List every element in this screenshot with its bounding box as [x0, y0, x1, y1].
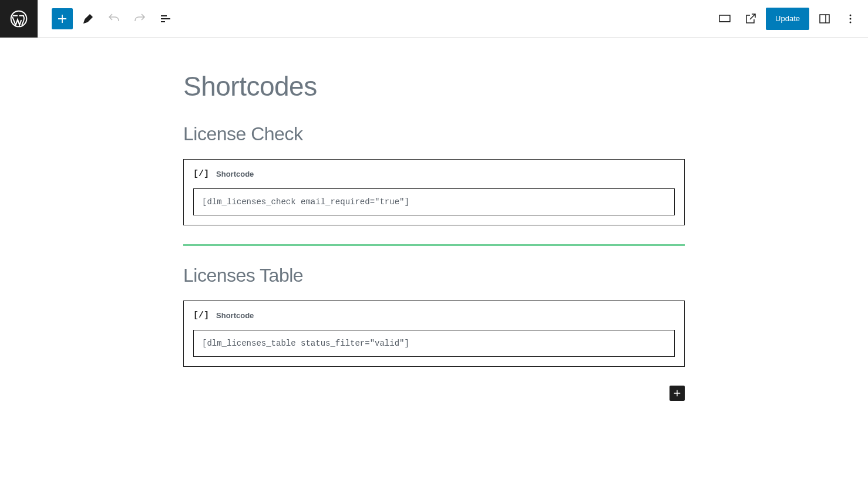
shortcode-block[interactable]: [/] Shortcode: [183, 159, 685, 225]
add-block-button[interactable]: [669, 386, 685, 401]
plus-icon: [55, 12, 69, 26]
tools-button[interactable]: [78, 8, 99, 29]
wordpress-icon: [9, 9, 28, 28]
shortcode-block-header: [/] Shortcode: [193, 169, 675, 179]
svg-point-4: [850, 18, 852, 19]
options-button[interactable]: [840, 8, 861, 29]
wordpress-logo[interactable]: [0, 0, 38, 38]
section-heading-licenses-table[interactable]: Licenses Table: [183, 265, 685, 286]
undo-button[interactable]: [103, 8, 125, 29]
separator-block[interactable]: [183, 244, 685, 246]
external-link-icon: [743, 12, 758, 26]
desktop-icon: [718, 12, 732, 26]
sidebar-icon: [817, 12, 832, 26]
more-vertical-icon: [843, 12, 857, 26]
plus-icon: [672, 388, 682, 399]
editor-canvas: Shortcodes License Check [/] Shortcode L…: [0, 38, 868, 401]
pencil-icon: [81, 12, 95, 26]
block-inserter-button[interactable]: [52, 8, 73, 29]
editor-toolbar: Update: [0, 0, 868, 38]
settings-sidebar-button[interactable]: [814, 8, 835, 29]
shortcode-block[interactable]: [/] Shortcode: [183, 300, 685, 367]
shortcode-input[interactable]: [193, 188, 675, 215]
svg-point-5: [850, 21, 852, 23]
shortcode-block-label: Shortcode: [216, 311, 254, 320]
shortcode-icon: [/]: [193, 310, 209, 320]
svg-rect-1: [719, 15, 730, 22]
svg-point-3: [850, 14, 852, 16]
shortcode-block-header: [/] Shortcode: [193, 310, 675, 320]
toolbar-left-group: [38, 8, 176, 29]
preview-button[interactable]: [740, 8, 761, 29]
shortcode-icon: [/]: [193, 169, 209, 179]
page-title[interactable]: Shortcodes: [183, 70, 685, 102]
svg-rect-2: [820, 15, 829, 23]
section-heading-license-check[interactable]: License Check: [183, 123, 685, 145]
add-block-container: [183, 386, 685, 401]
list-view-icon: [159, 12, 173, 26]
redo-icon: [133, 12, 147, 26]
toolbar-right-group: Update: [714, 8, 868, 30]
document-overview-button[interactable]: [155, 8, 176, 29]
view-button[interactable]: [714, 8, 735, 29]
redo-button[interactable]: [129, 8, 150, 29]
update-button[interactable]: Update: [766, 8, 809, 30]
undo-icon: [107, 12, 121, 26]
shortcode-block-label: Shortcode: [216, 170, 254, 178]
shortcode-input[interactable]: [193, 330, 675, 357]
content-area: Shortcodes License Check [/] Shortcode L…: [183, 38, 685, 401]
